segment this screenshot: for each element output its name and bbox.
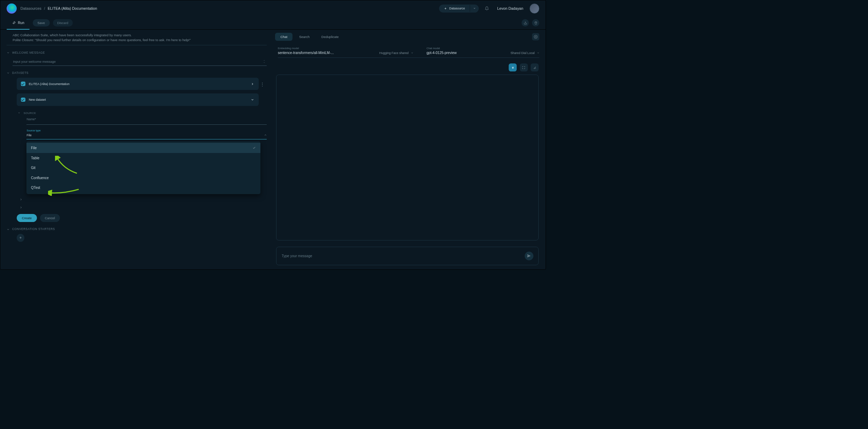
section-starters-label: CONVERSATION STARTERS — [12, 228, 55, 231]
section-welcome[interactable]: WELCOME MESSAGE — [7, 51, 267, 54]
add-starter-button[interactable] — [17, 234, 25, 242]
app-logo[interactable] — [7, 3, 17, 14]
gear-icon — [534, 35, 538, 39]
dropdown-option[interactable]: Confluence — [26, 173, 260, 183]
chevron-right-icon — [251, 82, 254, 86]
send-icon — [527, 254, 531, 258]
avatar[interactable] — [530, 3, 540, 14]
chevron-right-icon — [19, 206, 23, 209]
more-vert-icon: ⋮ — [260, 82, 265, 87]
chevron-down-icon — [7, 51, 10, 54]
source-type-label: Source type — [26, 129, 267, 132]
dropdown-option[interactable]: File — [26, 143, 260, 153]
expand-icon — [522, 66, 525, 69]
dropdown-option[interactable]: QTest — [26, 183, 260, 193]
delete-button[interactable] — [532, 19, 539, 26]
embedding-model-label: Embedding model — [278, 47, 413, 50]
expand-toggle-icon[interactable] — [261, 60, 267, 63]
option-label: Git — [31, 166, 36, 170]
dropdown-option[interactable]: Table — [26, 153, 260, 163]
save-button[interactable]: Save — [33, 19, 50, 26]
option-label: File — [31, 146, 37, 150]
chevron-down-icon — [251, 98, 254, 101]
create-button[interactable]: Create — [17, 214, 37, 222]
section-welcome-label: WELCOME MESSAGE — [12, 51, 45, 54]
chat-output — [276, 75, 539, 240]
send-button[interactable] — [525, 252, 533, 260]
svg-point-0 — [535, 36, 536, 37]
checkbox-checked-icon[interactable] — [21, 82, 25, 86]
chat-provider-label: Shared Dial Local — [510, 51, 534, 55]
chevron-down-icon — [18, 112, 21, 115]
breadcrumb: Datasources / ELITEA (Alita) Documentati… — [21, 6, 97, 10]
embedding-model-value: sentence-transformers/all-MiniLM-... — [278, 51, 334, 55]
check-icon — [252, 146, 256, 150]
chevron-down-icon — [7, 228, 10, 231]
dataset-more-menu[interactable]: ⋮ — [260, 82, 265, 87]
embedding-provider-label: Hugging Face shared — [379, 51, 408, 55]
source-type-select[interactable]: File — [26, 132, 267, 139]
chevron-down-icon — [473, 7, 476, 10]
source-type-value: File — [26, 133, 31, 137]
run-tab-label: Run — [18, 21, 24, 25]
dataset-label: New dataset — [29, 98, 247, 101]
section-starters[interactable]: CONVERSATION STARTERS — [7, 228, 267, 231]
plus-icon — [19, 236, 22, 239]
breadcrumb-root[interactable]: Datasources — [21, 6, 41, 10]
chevron-down-icon[interactable] — [537, 52, 540, 54]
chat-model-value: gpt-4-0125-preview — [427, 51, 457, 55]
bell-icon — [485, 6, 489, 11]
section-datasets-label: DATASETS — [12, 71, 29, 75]
fullscreen-button[interactable] — [520, 63, 528, 71]
clear-chat-button[interactable] — [531, 63, 539, 71]
new-datasource-label: Datasource — [449, 7, 465, 10]
option-label: Confluence — [31, 176, 49, 180]
context-note: ABC Collaboration Suite, which have been… — [7, 33, 267, 46]
section-collapsed[interactable] — [19, 203, 267, 212]
chevron-down-icon[interactable] — [411, 52, 414, 54]
dropdown-option[interactable]: Git — [26, 163, 260, 173]
tab-deduplicate[interactable]: Deduplicate — [316, 33, 344, 41]
cancel-button[interactable]: Cancel — [40, 214, 60, 222]
chat-input[interactable] — [281, 254, 525, 258]
new-datasource-dropdown[interactable] — [470, 5, 479, 12]
checkbox-checked-icon[interactable] — [21, 98, 25, 102]
dataset-item[interactable]: ELITEA (Alita) Documentation — [17, 78, 259, 90]
tab-chat[interactable]: Chat — [275, 33, 292, 41]
share-button[interactable] — [522, 19, 529, 26]
source-type-dropdown: File Table Git Confluence QTest — [26, 141, 260, 194]
section-source[interactable]: SOURCE — [18, 112, 267, 115]
dataset-item[interactable]: New dataset — [17, 93, 259, 106]
broom-icon — [533, 66, 537, 69]
dataset-label: ELITEA (Alita) Documentation — [29, 82, 247, 86]
double-chevron-down-icon — [511, 66, 515, 69]
note-line1: ABC Collaboration Suite, which have been… — [13, 33, 261, 38]
trash-icon — [534, 21, 538, 25]
note-line2: Polite Closure: "Should you need further… — [13, 38, 261, 43]
option-label: QTest — [31, 186, 40, 190]
rocket-icon — [12, 21, 16, 25]
tab-search[interactable]: Search — [294, 33, 315, 41]
new-datasource-button[interactable]: Datasource — [439, 5, 479, 13]
discard-button[interactable]: Discard — [53, 19, 73, 26]
source-name-label: Name* — [26, 114, 36, 121]
source-name-field[interactable]: Name* — [26, 118, 267, 125]
section-datasets[interactable]: DATASETS — [7, 71, 267, 75]
plus-icon — [444, 7, 447, 10]
chat-action-primary[interactable] — [509, 63, 517, 71]
notifications-button[interactable] — [483, 5, 491, 13]
welcome-input[interactable] — [13, 60, 261, 64]
share-icon — [524, 21, 527, 25]
username-label: Levon Dadayan — [497, 6, 523, 10]
run-tab[interactable]: Run — [7, 19, 30, 27]
settings-button[interactable] — [532, 33, 539, 40]
chevron-up-icon — [264, 133, 267, 137]
breadcrumb-sep: / — [44, 6, 45, 10]
chat-model-label: Chat model — [427, 47, 539, 50]
chevron-down-icon — [7, 71, 10, 75]
breadcrumb-current: ELITEA (Alita) Documentation — [48, 6, 97, 10]
chevron-right-icon — [19, 198, 23, 201]
option-label: Table — [31, 156, 39, 160]
